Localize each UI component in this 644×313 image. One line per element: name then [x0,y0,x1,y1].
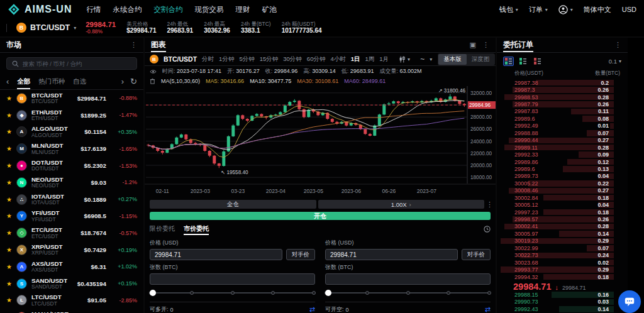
ask-row[interactable]: 30008.460.27 [497,187,614,194]
kebab-menu-icon[interactable]: ⋮ [130,41,137,49]
ask-row[interactable]: 30022.730.24 [497,252,614,259]
depth-view-button[interactable]: 深度图 [467,54,495,65]
interval-button[interactable]: 1分钟 [219,55,234,63]
market-tab[interactable]: 全部 [17,74,30,89]
ask-row[interactable]: 30005.970.14 [497,230,614,237]
ask-row[interactable]: 30002.840.18 [497,194,614,201]
interval-button[interactable]: 1月 [379,55,389,63]
interval-button[interactable]: 1日 [351,55,360,63]
order-type-tab[interactable]: 限价委托 [150,222,175,236]
favorite-icon[interactable]: ★ [6,297,12,304]
orders-menu[interactable]: 订单▾ [529,5,548,14]
ask-row[interactable]: 29989.60.08 [497,115,614,122]
account-menu[interactable]: ▾ [558,5,573,14]
nav-item-delivery[interactable]: 交割合约 [153,5,182,14]
language-selector[interactable]: 简体中文 [584,5,611,14]
ask-row[interactable]: 29997.230.18 [497,209,614,216]
coin-row-eth-usdt[interactable]: ★◆ETH/USDTETH/USDT$1899.25-1.47% [0,107,143,124]
slider-thumb[interactable] [150,290,156,296]
ask-row[interactable]: 29989.730.04 [497,173,614,180]
current-price-row[interactable]: 29984.71 ↓ 29984.71 [497,280,628,291]
brand[interactable]: AIMS-UN [8,3,72,16]
margin-mode-button[interactable]: 全仓 [150,200,316,209]
ask-row[interactable]: 29988.880.07 [497,129,614,136]
favorite-icon[interactable]: ★ [6,112,12,119]
book-mode-bids-icon[interactable] [518,57,528,66]
coin-row-algo-usdt[interactable]: ★AALGO/USDTALGO/USDT$0.1154+0.35% [0,124,143,141]
leverage-button[interactable]: 1.00X› [318,200,485,209]
long-qty-slider[interactable] [151,289,314,297]
coin-row-axs-usdt[interactable]: ★ΛAXS/USDTAXS/USDT$6.31+1.02% [0,258,143,275]
precision-dropdown[interactable]: 0.1 ▾ [609,58,621,65]
coin-row-sand-usdt[interactable]: ★SSAND/USDTSAND/USDT$0.435194+0.15% [0,275,143,292]
eye-icon[interactable] [150,69,157,74]
favorite-icon[interactable]: ★ [6,229,12,236]
chevron-right-icon[interactable]: › [121,77,124,86]
bid-row[interactable]: 29988.150.16 [497,291,614,298]
slider-thumb[interactable] [325,290,331,296]
long-counter-price-button[interactable]: 对手价 [286,249,315,260]
ask-row[interactable]: 29987.830.11 [497,108,614,115]
coin-row-dot-usdt[interactable]: ★●DOT/USDTDOT/USDT$5.2302-1.53% [0,157,143,174]
kebab-menu-icon[interactable]: ⋮ [614,41,621,49]
interval-button[interactable]: 1周 [365,55,375,63]
wallet-menu[interactable]: 钱包▾ [499,5,518,14]
favorite-icon[interactable]: ★ [6,263,12,270]
interval-button[interactable]: 15分钟 [260,55,279,63]
ask-row[interactable]: 29993.770.29 [497,266,614,273]
short-qty-slider[interactable] [326,289,489,297]
interval-button[interactable]: 5分钟 [239,55,254,63]
ask-row[interactable]: 29990.440.27 [497,137,614,144]
coin-row-xrp-usdt[interactable]: ★XXRP/USDTXRP/USDT$0.7429+0.19% [0,241,143,258]
nav-item-quotes[interactable]: 行情 [86,5,101,14]
market-tab[interactable]: 热门币种 [38,74,65,89]
open-position-button[interactable]: 开仓 [150,212,491,220]
support-chat-button[interactable] [618,290,641,313]
interval-button[interactable]: 60分钟 [307,55,326,63]
coin-row-btc-usdt[interactable]: ★BBTC/USDTBTC/USDT$29984.71-0.88% [0,90,143,107]
short-qty-input[interactable] [325,273,491,285]
ask-row[interactable]: 29988.530.28 [497,94,614,101]
ask-row[interactable]: 30019.230.29 [497,238,614,244]
refresh-icon[interactable]: ↻ [130,77,137,86]
currency-selector[interactable]: USD [622,6,636,13]
coin-row-iota-usdt[interactable]: ★∴IOTA/USDTIOTA/USDT$0.1889+0.27% [0,191,143,208]
favorite-icon[interactable]: ★ [6,196,12,203]
ask-row[interactable]: 29989.60.13 [497,165,614,172]
book-mode-both-icon[interactable] [503,57,514,66]
ask-row[interactable]: 29989.860.12 [497,158,614,165]
line-chart-icon[interactable]: ~ [420,55,425,63]
book-mode-asks-icon[interactable] [532,57,543,66]
candlestick-chart[interactable]: 18000.0020000.0022000.0024000.0026000.00… [145,85,496,197]
long-price-input[interactable] [150,249,282,260]
ask-row[interactable]: 30023.680.02 [497,259,614,266]
search-box[interactable] [6,57,137,70]
kebab-menu-icon[interactable]: ⋮ [482,41,489,49]
order-type-tab[interactable]: 市价委托 [184,222,209,236]
expand-icon[interactable]: ▣ [470,41,476,49]
ask-row[interactable]: 29987.790.26 [497,101,614,107]
ask-row[interactable]: 30005.220.22 [497,180,614,187]
chart-type-selector[interactable]: ▾ [399,56,410,63]
history-clock-icon[interactable] [484,222,491,236]
nav-item-finance[interactable]: 理财 [235,5,250,14]
bid-row[interactable]: 29992.430.14 [497,305,614,312]
favorite-icon[interactable]: ★ [6,128,12,135]
ask-row[interactable]: 29992.330.09 [497,151,614,158]
coin-row-yfi-usdt[interactable]: ★YYFI/USDTYFI/USDT$6908.5-1.15% [0,208,143,225]
coin-row-mana-usdt[interactable]: ★MMANA/USDTMANA/USDT$0.4084-0.12% [0,309,143,313]
nav-item-spot[interactable]: 现货交易 [194,5,223,14]
ask-row[interactable]: 30005.120.04 [497,201,614,208]
coin-row-mln-usdt[interactable]: ★MMLN/USDTMLN/USDT$17.6139-1.65% [0,140,143,157]
ask-row[interactable]: 29994.320.18 [497,273,614,280]
ask-row[interactable]: 30022.990.07 [497,244,614,251]
interval-button[interactable]: 分时 [202,55,214,63]
chevron-down-icon[interactable]: ▾ [430,57,432,62]
favorite-icon[interactable]: ★ [6,145,12,152]
favorite-icon[interactable]: ★ [6,95,12,102]
coin-row-neo-usdt[interactable]: ★NNEO/USDTNEO/USDT$9.03-1.2% [0,174,143,191]
ask-row[interactable]: 29987.30.26 [497,86,614,93]
favorite-icon[interactable]: ★ [6,280,12,287]
basic-view-button[interactable]: 基本版 [438,54,467,65]
nav-item-perpetual[interactable]: 永续合约 [113,5,142,14]
